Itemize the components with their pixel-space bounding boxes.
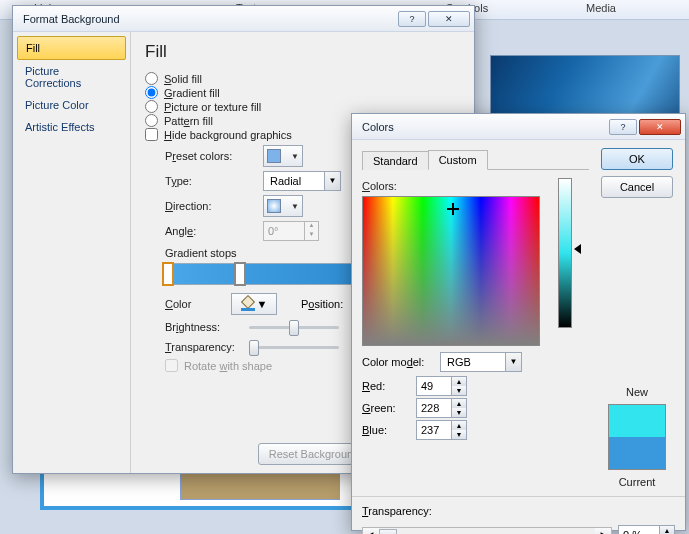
fill-heading: Fill <box>145 42 462 62</box>
brightness-label: Brightness: <box>165 321 243 333</box>
blue-spinner[interactable]: 237▲▼ <box>416 420 467 440</box>
transparency-label: Transparency: <box>165 341 243 353</box>
nav-fill[interactable]: Fill <box>17 36 126 60</box>
colors-title: Colors <box>362 121 394 133</box>
current-color-swatch <box>609 437 665 469</box>
cancel-button[interactable]: Cancel <box>601 176 673 198</box>
solid-fill-radio[interactable] <box>145 72 158 85</box>
spin-up-icon[interactable]: ▲ <box>452 399 466 408</box>
transparency-scrollbar[interactable]: ◄ ► <box>362 527 612 534</box>
rotate-with-shape-checkbox <box>165 359 178 372</box>
colors-field-label: Colors: <box>362 180 589 192</box>
transparency-spinner[interactable]: 0 %▲▼ <box>618 525 675 534</box>
angle-label: Angle: <box>165 225 257 237</box>
ok-button[interactable]: OK <box>601 148 673 170</box>
spin-up-icon[interactable]: ▲ <box>452 377 466 386</box>
brightness-slider[interactable] <box>249 319 339 335</box>
slider-thumb[interactable] <box>249 340 259 356</box>
nav-picture-color[interactable]: Picture Color <box>17 94 126 116</box>
colors-titlebar[interactable]: Colors ? ✕ <box>352 114 685 140</box>
blue-label: Blue: <box>362 424 410 436</box>
type-label: Type: <box>165 175 257 187</box>
green-spinner[interactable]: 228▲▼ <box>416 398 467 418</box>
ribbon-group-media: Media <box>586 2 616 14</box>
luminance-arrow-icon[interactable] <box>574 244 581 254</box>
position-label: Position: <box>301 298 343 310</box>
picture-fill-radio[interactable] <box>145 100 158 113</box>
blue-value[interactable]: 237 <box>417 421 451 439</box>
new-color-swatch <box>609 405 665 437</box>
color-dropdown[interactable]: ▼ <box>231 293 277 315</box>
red-spinner[interactable]: 49▲▼ <box>416 376 467 396</box>
format-background-title: Format Background <box>23 13 120 25</box>
color-model-label: Color model: <box>362 356 434 368</box>
chevron-down-icon: ▼ <box>324 172 340 190</box>
gradient-stop-2[interactable] <box>234 262 246 286</box>
angle-value: 0° <box>264 225 304 237</box>
spin-down-icon[interactable]: ▼ <box>452 386 466 395</box>
pattern-fill-radio[interactable] <box>145 114 158 127</box>
pattern-fill-label[interactable]: Pattern fill <box>164 115 213 127</box>
spin-down-icon: ▼ <box>305 231 318 240</box>
type-value: Radial <box>264 175 324 187</box>
preset-colors-label: Preset colors: <box>165 150 257 162</box>
spin-up-icon[interactable]: ▲ <box>452 421 466 430</box>
solid-fill-label[interactable]: SSolid fillolid fill <box>164 73 202 85</box>
colors-dialog: Colors ? ✕ Standard Custom Colors: Color… <box>351 113 686 531</box>
preset-colors-dropdown[interactable]: ▼ <box>263 145 303 167</box>
red-label: Red: <box>362 380 410 392</box>
hide-graphics-checkbox[interactable] <box>145 128 158 141</box>
color-model-value: RGB <box>441 356 505 368</box>
paint-bucket-icon <box>241 297 255 311</box>
spin-down-icon[interactable]: ▼ <box>452 430 466 439</box>
direction-label: Direction: <box>165 200 257 212</box>
angle-spinner: 0°▲▼ <box>263 221 319 241</box>
spin-down-icon[interactable]: ▼ <box>452 408 466 417</box>
nav-picture-corrections[interactable]: Picture Corrections <box>17 60 126 94</box>
direction-swatch-icon <box>267 199 281 213</box>
chevron-down-icon: ▼ <box>291 152 299 161</box>
luminance-bar[interactable] <box>558 178 572 328</box>
slide-thumbnail[interactable] <box>180 470 340 500</box>
format-background-nav: Fill Picture Corrections Picture Color A… <box>13 32 131 473</box>
gradient-stops-slider[interactable] <box>165 263 360 285</box>
tab-standard[interactable]: Standard <box>362 151 429 170</box>
transparency-footer-label: Transparency: <box>362 505 432 517</box>
spin-up-icon[interactable]: ▲ <box>660 526 674 534</box>
color-compare-swatch <box>608 404 666 470</box>
slider-thumb[interactable] <box>289 320 299 336</box>
color-spectrum[interactable] <box>362 196 540 346</box>
gradient-stop-1[interactable] <box>162 262 174 286</box>
direction-dropdown[interactable]: ▼ <box>263 195 303 217</box>
chevron-down-icon: ▼ <box>505 353 521 371</box>
green-label: Green: <box>362 402 410 414</box>
green-value[interactable]: 228 <box>417 399 451 417</box>
color-model-combo[interactable]: RGB▼ <box>440 352 522 372</box>
close-window-button[interactable]: ✕ <box>428 11 470 27</box>
format-background-titlebar[interactable]: Format Background ? ✕ <box>13 6 474 32</box>
scroll-thumb[interactable] <box>379 529 397 534</box>
gradient-fill-label[interactable]: Gradient fill <box>164 87 220 99</box>
preset-swatch-icon <box>267 149 281 163</box>
gradient-fill-radio[interactable] <box>145 86 158 99</box>
nav-artistic-effects[interactable]: Artistic Effects <box>17 116 126 138</box>
current-label: Current <box>619 476 656 488</box>
help-button[interactable]: ? <box>398 11 426 27</box>
hide-graphics-label[interactable]: Hide background graphics <box>164 129 292 141</box>
type-combo[interactable]: Radial▼ <box>263 171 341 191</box>
tab-custom[interactable]: Custom <box>428 150 488 170</box>
transparency-value[interactable]: 0 % <box>619 526 659 534</box>
scroll-left-icon[interactable]: ◄ <box>363 528 379 534</box>
color-label: Color <box>165 298 225 310</box>
scroll-right-icon[interactable]: ► <box>595 528 611 534</box>
rotate-with-shape-label: Rotate with shape <box>184 360 272 372</box>
new-label: New <box>626 386 648 398</box>
transparency-slider[interactable] <box>249 339 339 355</box>
help-button[interactable]: ? <box>609 119 637 135</box>
chevron-down-icon: ▼ <box>291 202 299 211</box>
spin-up-icon: ▲ <box>305 222 318 231</box>
red-value[interactable]: 49 <box>417 377 451 395</box>
picture-fill-label[interactable]: Picture or texture fill <box>164 101 261 113</box>
spectrum-crosshair[interactable] <box>447 203 459 215</box>
close-window-button[interactable]: ✕ <box>639 119 681 135</box>
